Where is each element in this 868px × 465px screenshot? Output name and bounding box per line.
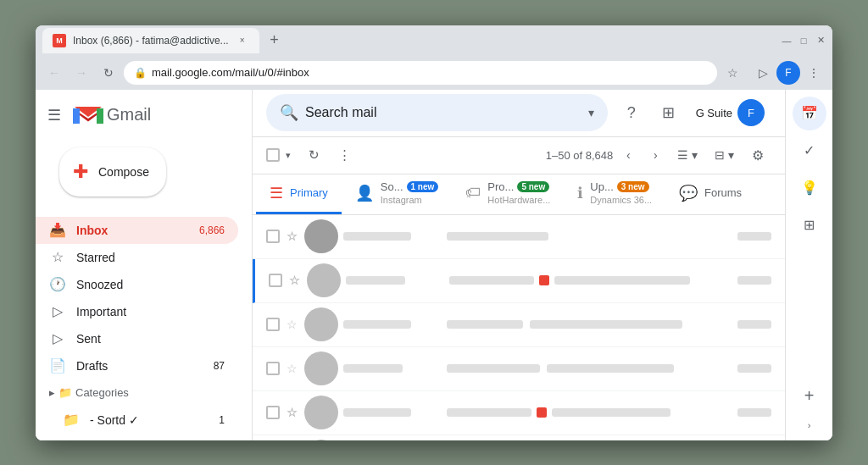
star-icon[interactable]: ☆: [287, 362, 298, 375]
select-dropdown-button[interactable]: ▾: [280, 141, 297, 169]
bookmark-button[interactable]: ☆: [721, 61, 744, 85]
table-row[interactable]: ☆: [253, 435, 785, 440]
sidebar-item-categories[interactable]: ▸ 📁 Categories: [36, 379, 252, 407]
url-bar[interactable]: 🔒 mail.google.com/mail/u/0/#inbox: [124, 61, 717, 85]
add-app-button[interactable]: +: [793, 379, 826, 413]
gsuite-button[interactable]: G Suite F: [689, 96, 771, 130]
help-button[interactable]: ?: [615, 96, 648, 130]
table-row[interactable]: ☆: [253, 215, 785, 259]
tab-promotions[interactable]: 🏷 Pro... 5 new HotHardware...: [452, 174, 564, 214]
tab-forums[interactable]: 💬 Forums: [665, 174, 755, 214]
starred-icon: ☆: [49, 249, 66, 265]
tab-primary[interactable]: ☰ Primary: [256, 174, 342, 214]
email-subject: [447, 318, 731, 331]
inbox-label: Inbox: [76, 224, 189, 237]
scroll-indicator[interactable]: ›: [804, 417, 815, 434]
tab-title: Inbox (6,866) - fatima@addictive...: [73, 35, 229, 47]
sidebar: ☰ Gmail ✚ Compose: [36, 90, 253, 440]
sidebar-item-starred[interactable]: ☆ Starred: [36, 244, 238, 271]
star-icon[interactable]: ☆: [287, 406, 298, 419]
email-checkbox[interactable]: [266, 318, 280, 331]
more-options-button[interactable]: ⋮: [331, 141, 358, 169]
refresh-mail-button[interactable]: ↻: [300, 141, 327, 169]
title-bar: M Inbox (6,866) - fatima@addictive... × …: [36, 25, 832, 56]
compose-button[interactable]: ✚ Compose: [59, 147, 166, 197]
tab-close-button[interactable]: ×: [236, 34, 249, 47]
keep-button[interactable]: 💡: [793, 171, 826, 205]
mail-toolbar: ▾ ↻ ⋮ 1–50 of 8,648 ‹ › ☰ ▾ ⊟ ▾ ⚙: [253, 137, 785, 174]
hamburger-menu[interactable]: ☰: [42, 103, 66, 127]
header-actions: ? ⊞ G Suite F: [615, 96, 771, 130]
menu-button[interactable]: ⋮: [802, 61, 826, 85]
drafts-icon: 📄: [49, 357, 66, 374]
search-bar[interactable]: 🔍 Search mail ▾: [266, 94, 608, 131]
tab-updates[interactable]: ℹ Up... 3 new Dynamics 36...: [564, 174, 665, 214]
social-tab-label: So...: [381, 180, 403, 193]
contacts-panel-button[interactable]: ⊞: [793, 208, 826, 242]
email-meta: [737, 408, 771, 417]
new-tab-button[interactable]: +: [263, 29, 287, 53]
minimize-button[interactable]: —: [782, 36, 792, 46]
email-checkbox[interactable]: [266, 362, 280, 375]
forward-button[interactable]: →: [70, 61, 93, 85]
promotions-tab-label: Pro...: [487, 180, 514, 193]
tab-social[interactable]: 👤 So... 1 new Instagram: [342, 174, 453, 214]
forums-tab-label: Forums: [704, 186, 742, 199]
search-dropdown-icon[interactable]: ▾: [588, 106, 594, 119]
sidebar-item-readdle[interactable]: ▸ 📁 [Readdle]: [36, 434, 252, 440]
tasks-button[interactable]: ✓: [793, 134, 826, 168]
sender-avatar: [304, 307, 338, 341]
date-blur: [737, 408, 771, 417]
sidebar-item-sortd[interactable]: 📁 - Sortd ✓ 1: [36, 407, 238, 434]
svg-rect-1: [97, 108, 103, 124]
view-split-button[interactable]: ⊟ ▾: [708, 145, 741, 165]
sidebar-item-snoozed[interactable]: 🕐 Snoozed: [36, 271, 238, 298]
browser-tab[interactable]: M Inbox (6,866) - fatima@addictive... ×: [42, 28, 259, 53]
sender-name-blur: [343, 364, 403, 373]
updates-tab-sublabel: Dynamics 36...: [590, 195, 652, 205]
settings-button[interactable]: ⚙: [744, 141, 771, 169]
search-icon: 🔍: [280, 103, 298, 122]
sidebar-item-drafts[interactable]: 📄 Drafts 87: [36, 352, 238, 379]
table-row[interactable]: ☆: [253, 259, 785, 303]
calendar-button[interactable]: 📅: [793, 97, 826, 130]
prev-page-button[interactable]: ‹: [616, 143, 640, 167]
table-row[interactable]: ☆: [253, 303, 785, 347]
browser-avatar[interactable]: F: [776, 61, 800, 85]
table-row[interactable]: ☆: [253, 347, 785, 391]
email-checkbox[interactable]: [266, 230, 280, 243]
updates-tab-label: Up...: [590, 180, 613, 193]
refresh-button[interactable]: ↻: [97, 61, 120, 85]
subject-blur: [447, 320, 523, 329]
important-icon: ▷: [49, 303, 66, 319]
maximize-button[interactable]: □: [798, 36, 809, 46]
email-subject: [447, 363, 731, 375]
star-icon[interactable]: ☆: [287, 230, 298, 243]
date-blur: [737, 232, 771, 241]
sidebar-item-sent[interactable]: ▷ Sent: [36, 325, 238, 352]
close-button[interactable]: ✕: [815, 36, 826, 46]
cast-button[interactable]: ▷: [751, 61, 775, 85]
select-all-checkbox[interactable]: [266, 148, 280, 162]
snippet-blur: [552, 408, 670, 417]
window-controls: — □ ✕: [782, 36, 826, 46]
apps-button[interactable]: ⊞: [652, 96, 686, 130]
sidebar-item-important[interactable]: ▷ Important: [36, 298, 238, 325]
sent-label: Sent: [76, 332, 225, 346]
snippet-blur: [554, 276, 690, 285]
email-checkbox[interactable]: [269, 274, 282, 287]
gmail-logo[interactable]: Gmail: [73, 103, 151, 127]
gmail-wordmark: Gmail: [107, 105, 151, 125]
compose-area: ✚ Compose: [36, 147, 252, 217]
star-icon[interactable]: ☆: [289, 274, 300, 287]
view-options-button[interactable]: ☰ ▾: [670, 145, 704, 165]
sidebar-item-inbox[interactable]: 📥 Inbox 6,866: [36, 217, 238, 244]
star-icon[interactable]: ☆: [287, 318, 298, 331]
next-page-button[interactable]: ›: [643, 143, 667, 167]
snippet-blur: [547, 364, 674, 373]
sortd-icon: 📁: [63, 412, 80, 428]
email-checkbox[interactable]: [266, 406, 280, 419]
table-row[interactable]: ☆: [253, 391, 785, 435]
back-button[interactable]: ←: [42, 61, 66, 85]
add-icon[interactable]: +: [793, 379, 826, 413]
